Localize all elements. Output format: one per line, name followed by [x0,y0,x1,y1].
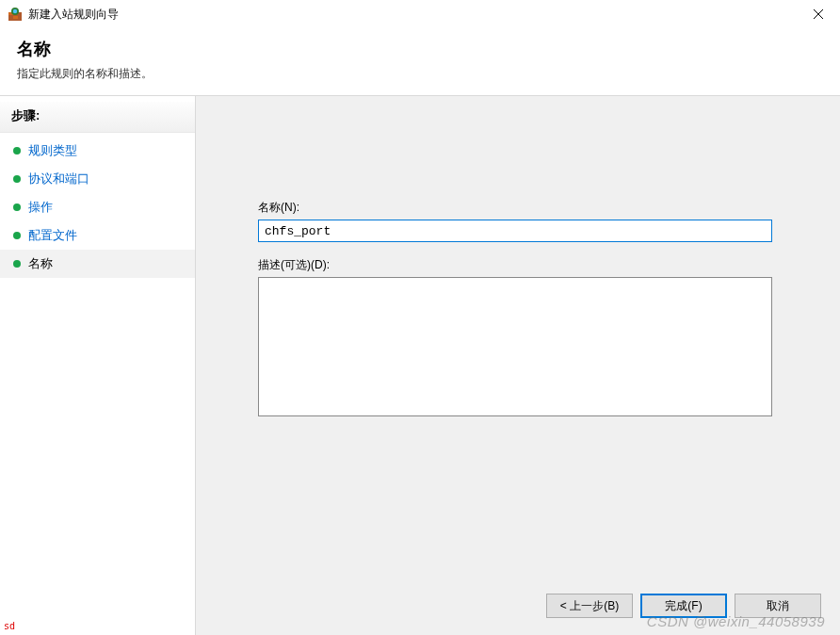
titlebar: 新建入站规则向导 [0,0,840,28]
firewall-icon [8,7,23,22]
back-button-label: < 上一步(B) [560,598,619,614]
finish-button[interactable]: 完成(F) [640,594,727,618]
steps-sidebar: 步骤: 规则类型 协议和端口 操作 配置文件 名称 [0,96,196,635]
step-label: 操作 [28,199,53,216]
back-button[interactable]: < 上一步(B) [546,594,633,618]
step-protocol-ports[interactable]: 协议和端口 [0,165,195,193]
corner-text: sd [4,621,15,631]
bullet-icon [13,204,21,211]
form-area: 名称(N): 描述(可选)(D): [258,200,793,419]
step-name[interactable]: 名称 [0,250,195,278]
bullet-icon [13,147,21,155]
cancel-button-label: 取消 [767,598,789,614]
close-icon [814,9,823,19]
steps-heading: 步骤: [0,102,195,133]
step-action[interactable]: 操作 [0,193,195,221]
step-label: 名称 [28,255,53,272]
svg-rect-3 [8,16,12,19]
window-title: 新建入站规则向导 [28,7,797,23]
name-label: 名称(N): [258,200,793,216]
svg-rect-4 [13,16,18,19]
page-title: 名称 [17,38,823,60]
step-label: 协议和端口 [28,171,89,187]
name-input[interactable] [258,220,772,242]
name-label-text: 名称(N): [258,201,299,214]
step-label: 配置文件 [28,227,77,244]
description-label: 描述(可选)(D): [258,257,793,273]
finish-button-label: 完成(F) [665,598,702,614]
wizard-header: 名称 指定此规则的名称和描述。 [0,28,840,96]
cancel-button[interactable]: 取消 [735,594,821,618]
wizard-button-row: < 上一步(B) 完成(F) 取消 [546,594,821,618]
bullet-icon [13,175,21,183]
bullet-icon [13,232,21,239]
bullet-icon [13,260,21,268]
wizard-main-panel: 名称(N): 描述(可选)(D): < 上一步(B) 完成(F) 取消 [196,96,840,635]
page-subtitle: 指定此规则的名称和描述。 [17,66,823,82]
close-button[interactable] [797,0,840,28]
step-profile[interactable]: 配置文件 [0,221,195,250]
step-rule-type[interactable]: 规则类型 [0,137,195,165]
wizard-body: 步骤: 规则类型 协议和端口 操作 配置文件 名称 [0,96,840,635]
description-input[interactable] [258,277,772,416]
description-label-text: 描述(可选)(D): [258,258,330,271]
wizard-window: 新建入站规则向导 名称 指定此规则的名称和描述。 步骤: 规则类型 协议和端口 [0,0,840,635]
svg-point-6 [13,9,17,13]
step-label: 规则类型 [28,142,77,159]
